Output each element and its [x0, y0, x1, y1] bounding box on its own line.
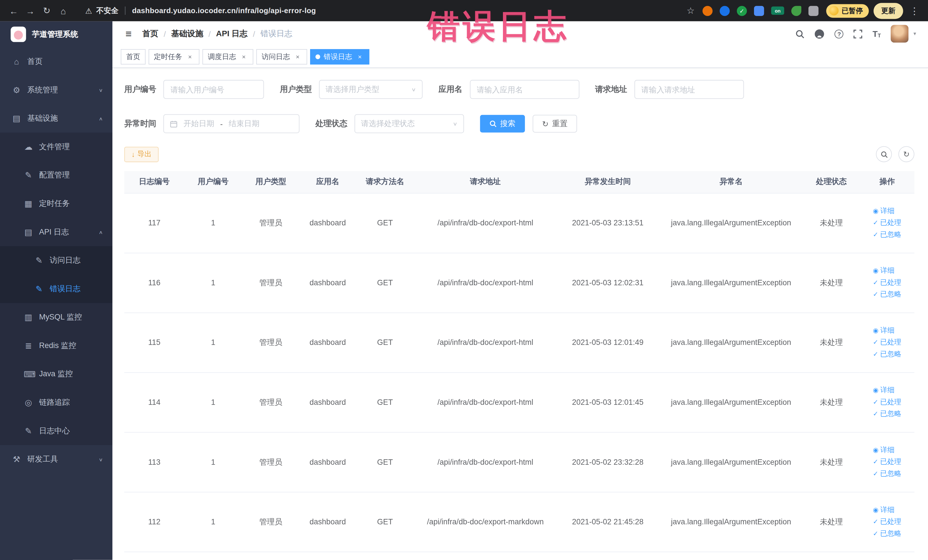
- search-icon[interactable]: [796, 29, 804, 38]
- ignored-action-link[interactable]: ✓ 已忽略: [873, 289, 902, 299]
- tab-scheduled-jobs[interactable]: 定时任务 ×: [149, 49, 199, 64]
- browser-forward-icon[interactable]: →: [23, 3, 38, 18]
- process-status-select[interactable]: 请选择处理状态 ∨: [355, 114, 464, 133]
- chevron-up-icon: ∧: [99, 116, 103, 121]
- user-type-label: 用户类型: [280, 84, 312, 95]
- ignored-action-link[interactable]: ✓ 已忽略: [873, 529, 902, 539]
- extension-on-badge[interactable]: on: [771, 6, 784, 15]
- action-label: 已处理: [880, 517, 902, 526]
- processed-action-link[interactable]: ✓ 已处理: [873, 218, 902, 227]
- processed-action-link[interactable]: ✓ 已处理: [873, 517, 902, 526]
- browser-update-button[interactable]: 更新: [873, 3, 903, 18]
- processed-action-link[interactable]: ✓ 已处理: [873, 457, 902, 467]
- processed-action-link[interactable]: ✓ 已处理: [873, 337, 902, 348]
- close-icon[interactable]: ×: [356, 53, 364, 61]
- browser-menu-icon[interactable]: ⋮: [907, 3, 922, 18]
- sidebar-item-redis-monitor[interactable]: ≣ Redis 监控: [0, 331, 112, 360]
- github-icon[interactable]: [815, 29, 824, 39]
- detail-action-link[interactable]: ◉ 详细: [873, 445, 894, 455]
- table-search-toggle-button[interactable]: [876, 146, 892, 162]
- sidebar-item-dev-tools[interactable]: ⚒ 研发工具 ∨: [0, 445, 112, 473]
- sidebar-item-system-management[interactable]: ⚙ 系统管理 ∨: [0, 76, 112, 104]
- user-type-select[interactable]: 请选择用户类型 ∨: [319, 80, 423, 99]
- check-icon: ✓: [873, 398, 878, 406]
- search-button[interactable]: 搜索: [480, 115, 525, 132]
- cell-app-name: dashboard: [299, 372, 356, 432]
- ignored-action-link[interactable]: ✓ 已忽略: [873, 469, 902, 479]
- paused-badge[interactable]: 已暂停: [826, 4, 868, 17]
- sidebar-item-log-center[interactable]: ✎ 日志中心: [0, 417, 112, 445]
- detail-action-link[interactable]: ◉ 详细: [873, 325, 894, 336]
- refresh-icon: ↻: [542, 119, 549, 128]
- help-icon[interactable]: ?: [835, 29, 844, 38]
- address-bar[interactable]: ⚠ 不安全 dashboard.yudao.iocoder.cn/infra/l…: [78, 2, 676, 19]
- sidebar-item-label: 配置管理: [39, 170, 103, 180]
- close-icon[interactable]: ×: [240, 53, 248, 61]
- check-icon: ✓: [873, 219, 878, 227]
- browser-home-icon[interactable]: ⌂: [56, 3, 71, 18]
- ignored-action-link[interactable]: ✓ 已忽略: [873, 349, 902, 359]
- cell-actions: ◉ 详细 ✓ 已处理 ✓: [860, 253, 914, 313]
- bookmark-star-icon[interactable]: ☆: [683, 3, 698, 18]
- user-avatar[interactable]: [891, 25, 908, 43]
- detail-action-link[interactable]: ◉ 详细: [873, 505, 894, 515]
- sidebar-item-access-log[interactable]: ✎ 访问日志: [0, 246, 112, 275]
- request-url-input[interactable]: [634, 80, 744, 99]
- breadcrumb-infrastructure[interactable]: 基础设施: [171, 29, 203, 39]
- extension-leaf-icon[interactable]: [791, 6, 801, 16]
- browser-reload-icon[interactable]: ↻: [39, 3, 55, 18]
- font-size-icon[interactable]: TT: [873, 29, 881, 38]
- export-button[interactable]: ↓ 导出: [124, 146, 159, 162]
- avatar-caret-icon[interactable]: ▾: [913, 31, 916, 37]
- cell-app-name: dashboard: [299, 312, 356, 372]
- eye-icon: ◎: [24, 398, 33, 407]
- breadcrumb-home[interactable]: 首页: [142, 29, 158, 39]
- sidebar-item-error-log[interactable]: ✎ 错误日志: [0, 275, 112, 303]
- sidebar-item-api-log[interactable]: ▤ API 日志 ∧: [0, 218, 112, 246]
- reset-button[interactable]: ↻ 重置: [533, 115, 577, 132]
- breadcrumb-api-log[interactable]: API 日志: [216, 29, 247, 39]
- action-label: 已处理: [880, 218, 902, 227]
- ignored-action-link[interactable]: ✓ 已忽略: [873, 409, 902, 419]
- grid-icon: ▦: [24, 199, 33, 208]
- detail-action-link[interactable]: ◉ 详细: [873, 385, 894, 395]
- sidebar-item-trace[interactable]: ◎ 链路追踪: [0, 388, 112, 417]
- check-icon: ✓: [873, 291, 878, 298]
- exception-time-range-picker[interactable]: 开始日期 - 结束日期: [163, 114, 299, 133]
- extension-puzzle-icon[interactable]: [809, 6, 818, 16]
- sidebar-item-file-management[interactable]: ☁ 文件管理: [0, 133, 112, 161]
- sidebar-item-infrastructure[interactable]: ▤ 基础设施 ∧: [0, 104, 112, 133]
- close-icon[interactable]: ×: [293, 53, 302, 61]
- download-icon: ↓: [131, 150, 135, 158]
- eye-icon: ◉: [873, 267, 879, 275]
- fullscreen-icon[interactable]: [853, 29, 862, 38]
- tab-access-log[interactable]: 访问日志 ×: [256, 49, 307, 64]
- table-refresh-button[interactable]: ↻: [898, 146, 914, 162]
- sidebar-item-label: API 日志: [39, 227, 93, 237]
- sidebar-item-java-monitor[interactable]: ⌨ Java 监控: [0, 360, 112, 388]
- sidebar-item-mysql-monitor[interactable]: ▥ MySQL 监控: [0, 303, 112, 331]
- tab-error-log[interactable]: 错误日志 ×: [310, 49, 369, 64]
- tab-schedule-log[interactable]: 调度日志 ×: [203, 49, 253, 64]
- reset-button-label: 重置: [552, 118, 568, 129]
- processed-action-link[interactable]: ✓ 已处理: [873, 397, 902, 407]
- sidebar-item-home[interactable]: ⌂ 首页: [0, 47, 112, 76]
- ignored-action-link[interactable]: ✓ 已忽略: [873, 230, 902, 240]
- extension-icon[interactable]: [703, 6, 713, 16]
- edit-icon: ✎: [24, 170, 33, 180]
- extension-icon[interactable]: [720, 6, 730, 16]
- processed-action-link[interactable]: ✓ 已处理: [873, 278, 902, 288]
- detail-action-link[interactable]: ◉ 详细: [873, 266, 894, 276]
- cell-user-type: 管理员: [242, 432, 299, 492]
- user-id-input[interactable]: [163, 80, 264, 99]
- extension-check-icon[interactable]: ✓: [737, 6, 747, 16]
- sidebar-item-config-management[interactable]: ✎ 配置管理: [0, 161, 112, 189]
- extension-icon[interactable]: [754, 6, 764, 16]
- menu-fold-icon[interactable]: ≡: [125, 27, 132, 40]
- tab-home[interactable]: 首页: [121, 49, 145, 64]
- sidebar-item-scheduled-jobs[interactable]: ▦ 定时任务: [0, 189, 112, 218]
- browser-back-icon[interactable]: ←: [6, 3, 21, 18]
- close-icon[interactable]: ×: [186, 53, 194, 61]
- detail-action-link[interactable]: ◉ 详细: [873, 206, 894, 216]
- app-name-input[interactable]: [470, 80, 579, 99]
